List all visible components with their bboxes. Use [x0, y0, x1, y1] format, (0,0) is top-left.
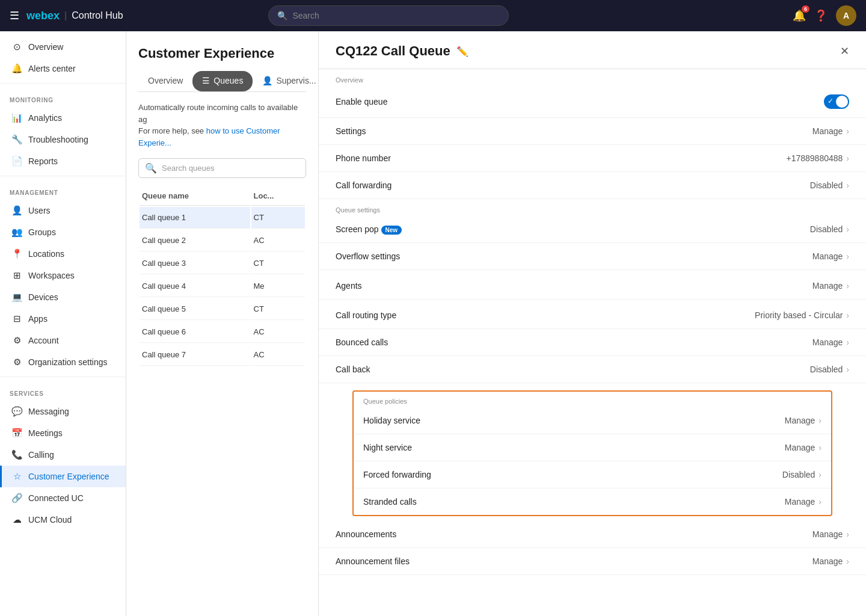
avatar[interactable]: A	[836, 5, 856, 26]
edit-icon[interactable]: ✏️	[456, 46, 468, 57]
bounced-calls-row[interactable]: Bounced calls Manage ›	[319, 329, 866, 356]
sidebar-item-groups[interactable]: 👥 Groups	[0, 221, 126, 243]
sidebar-item-troubleshooting[interactable]: 🔧 Troubleshooting	[0, 129, 126, 150]
overview-section-label: Overview	[319, 69, 866, 86]
sidebar-item-reports[interactable]: 📄 Reports	[0, 150, 126, 172]
sidebar-item-analytics[interactable]: 📊 Analytics	[0, 107, 126, 129]
screen-pop-row[interactable]: Screen pop New Disabled ›	[319, 216, 866, 243]
sidebar-item-devices[interactable]: 💻 Devices	[0, 286, 126, 308]
queue-location-cell: CT	[251, 298, 306, 320]
holiday-service-row[interactable]: Holiday service Manage ›	[354, 407, 831, 434]
overflow-settings-row[interactable]: Overflow settings Manage ›	[319, 243, 866, 270]
sidebar-item-ucm-cloud[interactable]: ☁ UCM Cloud	[0, 509, 126, 531]
detail-title-text: CQ122 Call Queue	[336, 43, 450, 59]
search-icon: 🔍	[277, 11, 287, 20]
queue-table: Queue name Loc... Call queue 1CTCall que…	[138, 185, 306, 367]
sidebar-item-calling[interactable]: 📞 Calling	[0, 444, 126, 466]
table-row[interactable]: Call queue 3CT	[140, 253, 305, 274]
workspaces-icon: ⊞	[11, 270, 22, 281]
screen-pop-label: Screen pop New	[336, 224, 402, 234]
table-row[interactable]: Call queue 6AC	[140, 321, 305, 343]
call-forwarding-value: Disabled ›	[810, 180, 849, 190]
tab-label: Overview	[148, 76, 183, 85]
sidebar-item-messaging[interactable]: 💬 Messaging	[0, 401, 126, 422]
sidebar-item-alerts[interactable]: 🔔 Alerts center	[0, 58, 126, 79]
table-row[interactable]: Call queue 5CT	[140, 298, 305, 320]
stranded-calls-row[interactable]: Stranded calls Manage ›	[354, 488, 831, 515]
middle-panel: Customer Experience Overview ☰ Queues 👤 …	[126, 31, 319, 616]
webex-logo-text: webex	[26, 10, 60, 22]
settings-row[interactable]: Settings Manage ›	[319, 118, 866, 145]
queue-name-cell: Call queue 2	[140, 230, 250, 251]
sidebar-item-meetings[interactable]: 📅 Meetings	[0, 422, 126, 444]
sidebar-item-org-settings[interactable]: ⚙ Organization settings	[0, 351, 126, 373]
sidebar-item-connected-uc[interactable]: 🔗 Connected UC	[0, 487, 126, 509]
sidebar-item-label: Alerts center	[28, 64, 76, 73]
tab-label: Queues	[213, 76, 243, 85]
close-panel-button[interactable]: ✕	[840, 45, 849, 58]
holiday-service-chevron: ›	[818, 416, 821, 425]
menu-icon[interactable]: ☰	[10, 9, 19, 22]
topnav-right: 🔔 6 ❓ A	[793, 5, 856, 26]
tab-queues[interactable]: ☰ Queues	[192, 71, 253, 91]
table-row[interactable]: Call queue 7AC	[140, 344, 305, 366]
sidebar-item-overview[interactable]: ⊙ Overview	[0, 36, 126, 58]
users-icon: 👤	[11, 205, 22, 216]
queue-location-cell: Me	[251, 276, 306, 297]
forced-forwarding-row[interactable]: Forced forwarding Disabled ›	[354, 461, 831, 488]
call-routing-type-row[interactable]: Call routing type Priority based - Circu…	[319, 302, 866, 329]
sidebar-item-label: Locations	[28, 249, 64, 259]
sidebar-item-locations[interactable]: 📍 Locations	[0, 243, 126, 265]
bounced-calls-value: Manage ›	[812, 337, 849, 347]
queue-search-box[interactable]: 🔍	[138, 158, 306, 178]
overview-icon: ⊙	[11, 42, 22, 52]
table-row[interactable]: Call queue 2AC	[140, 230, 305, 251]
queue-search-input[interactable]	[162, 164, 299, 173]
app-logo: webex | Control Hub	[26, 10, 123, 22]
sidebar-item-label: Meetings	[28, 428, 63, 438]
search-bar[interactable]: 🔍	[268, 5, 509, 26]
search-icon: 🔍	[145, 162, 157, 174]
sidebar-item-label: Connected UC	[28, 493, 84, 503]
search-input[interactable]	[292, 11, 500, 20]
sidebar-item-label: Groups	[28, 227, 56, 237]
sidebar-item-customer-experience[interactable]: ☆ Customer Experience	[0, 466, 126, 487]
call-back-row[interactable]: Call back Disabled ›	[319, 356, 866, 383]
queue-name-cell: Call queue 5	[140, 298, 250, 320]
notifications-button[interactable]: 🔔 6	[793, 9, 806, 22]
overflow-settings-value: Manage ›	[812, 251, 849, 261]
tabs-bar: Overview ☰ Queues 👤 Supervis...	[138, 71, 306, 92]
night-service-row[interactable]: Night service Manage ›	[354, 434, 831, 461]
announcement-files-chevron: ›	[846, 556, 849, 566]
table-row[interactable]: Call queue 1CT	[140, 207, 305, 229]
agents-value: Manage ›	[812, 281, 849, 291]
table-row[interactable]: Call queue 4Me	[140, 276, 305, 297]
ucm-cloud-icon: ☁	[11, 514, 22, 525]
sidebar-item-label: Troubleshooting	[28, 135, 88, 144]
sidebar-section-monitoring: MONITORING	[0, 87, 126, 107]
agents-row[interactable]: Agents Manage ›	[319, 273, 866, 300]
forced-forwarding-value: Disabled ›	[782, 470, 821, 479]
meetings-icon: 📅	[11, 428, 22, 439]
calling-icon: 📞	[11, 449, 22, 460]
announcement-files-row[interactable]: Announcement files Manage ›	[319, 548, 866, 575]
call-forwarding-row[interactable]: Call forwarding Disabled ›	[319, 172, 866, 199]
sidebar-item-workspaces[interactable]: ⊞ Workspaces	[0, 265, 126, 286]
queue-policies-box: Queue policies Holiday service Manage › …	[352, 390, 832, 516]
announcement-files-value: Manage ›	[812, 556, 849, 566]
sidebar-item-apps[interactable]: ⊟ Apps	[0, 308, 126, 330]
org-settings-icon: ⚙	[11, 357, 22, 368]
queue-name-cell: Call queue 3	[140, 253, 250, 274]
overflow-settings-label: Overflow settings	[336, 251, 400, 261]
screen-pop-value: Disabled ›	[810, 224, 849, 234]
sidebar-item-users[interactable]: 👤 Users	[0, 200, 126, 221]
night-service-label: Night service	[363, 443, 412, 452]
help-button[interactable]: ❓	[814, 9, 828, 22]
analytics-icon: 📊	[11, 112, 22, 123]
phone-number-row[interactable]: Phone number +17889880488 ›	[319, 145, 866, 172]
tab-overview[interactable]: Overview	[138, 71, 192, 91]
tab-supervisors[interactable]: 👤 Supervis...	[253, 71, 319, 91]
announcements-row[interactable]: Announcements Manage ›	[319, 521, 866, 548]
enable-queue-toggle[interactable]: ✓	[824, 94, 849, 109]
sidebar-item-account[interactable]: ⚙ Account	[0, 330, 126, 351]
